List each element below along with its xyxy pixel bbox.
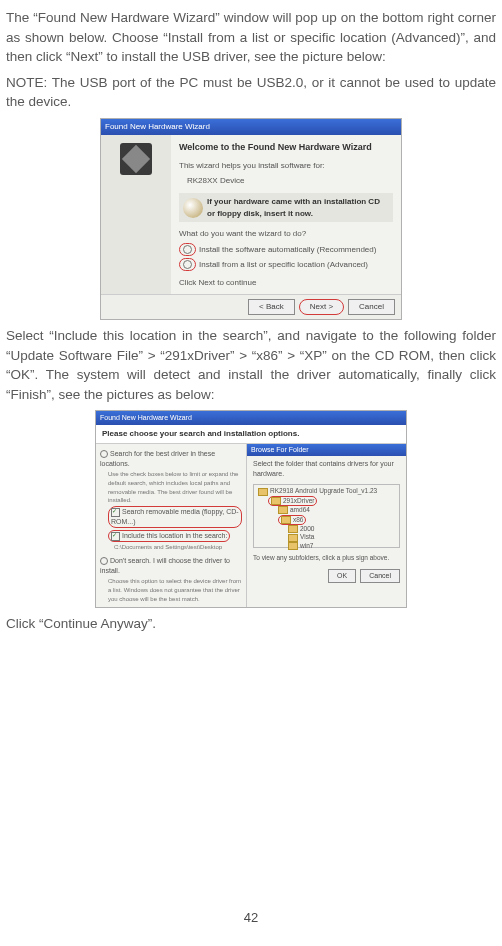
wizard-heading: Welcome to the Found New Hardware Wizard (179, 141, 393, 154)
dialog-subheading: Please choose your search and installati… (96, 425, 406, 444)
folder-tree[interactable]: RK2918 Android Upgrade Tool_v1.23 291xDr… (253, 484, 400, 548)
search-options-dialog: Found New Hardware Wizard Please choose … (95, 410, 407, 608)
radio-search-best[interactable]: Search for the best driver in these loca… (100, 448, 242, 470)
tree-291xdriver: 291xDriver (283, 497, 314, 505)
cd-icon (183, 198, 203, 218)
document-page: The “Found New Hardware Wizard” window w… (0, 0, 502, 946)
media-hint-box: If your hardware came with an installati… (179, 193, 393, 222)
back-button[interactable]: < Back (248, 299, 295, 315)
radio-auto-label: Install the software automatically (Reco… (199, 244, 376, 256)
radio-advanced-label: Install from a list or specific location… (199, 259, 368, 271)
folder-icon (281, 516, 291, 524)
folder-icon (288, 542, 298, 550)
radio-search-label: Search for the best driver in these loca… (100, 450, 215, 467)
paragraph-4: Click “Continue Anyway”. (6, 614, 496, 634)
tree-amd64: amd64 (290, 506, 310, 514)
dont-search-desc: Choose this option to select the device … (100, 577, 242, 603)
dialog-titlebar-2: Found New Hardware Wizard (96, 411, 406, 425)
next-button[interactable]: Next > (299, 299, 344, 315)
wizard-continue-text: Click Next to continue (179, 275, 393, 291)
folder-icon (288, 534, 298, 542)
tree-vista: Vista (300, 533, 314, 541)
browse-folder-title: Browse For Folder (247, 444, 406, 456)
wizard-question: What do you want the wizard to do? (179, 226, 393, 242)
wizard-graphic-panel (101, 135, 171, 295)
search-desc: Use the check boxes below to limit or ex… (100, 470, 242, 505)
tree-x86: x86 (293, 516, 303, 524)
folder-icon (271, 497, 281, 505)
dialog-titlebar: Found New Hardware Wizard (101, 119, 401, 135)
paragraph-note: NOTE: The USB port of the PC must be USB… (6, 73, 496, 112)
browse-hint: To view any subfolders, click a plus sig… (247, 550, 406, 565)
radio-dont-search[interactable]: Don't search. I will choose the driver t… (100, 555, 242, 577)
wizard-text-1: This wizard helps you install software f… (179, 158, 393, 174)
media-hint-text: If your hardware came with an installati… (207, 196, 389, 219)
paragraph-1: The “Found New Hardware Wizard” window w… (6, 8, 496, 67)
radio-advanced-install[interactable]: Install from a list or specific location… (179, 257, 393, 272)
tree-win7: win7 (300, 542, 313, 550)
page-number: 42 (0, 909, 502, 928)
folder-icon (278, 506, 288, 514)
tree-2000: 2000 (300, 525, 314, 533)
folder-icon (258, 488, 268, 496)
ok-button[interactable]: OK (328, 569, 356, 583)
paragraph-3: Select “Include this location in the sea… (6, 326, 496, 404)
browse-folder-text: Select the folder that contains drivers … (247, 456, 406, 482)
cancel-button[interactable]: Cancel (348, 299, 395, 315)
hardware-wizard-dialog: Found New Hardware Wizard Welcome to the… (100, 118, 402, 320)
chk-removable-label[interactable]: Search removable media (floppy, CD-ROM..… (111, 508, 239, 525)
hardware-icon (120, 143, 152, 175)
radio-auto-install[interactable]: Install the software automatically (Reco… (179, 242, 393, 257)
figure-1: Found New Hardware Wizard Welcome to the… (6, 118, 496, 320)
tree-root: RK2918 Android Upgrade Tool_v1.23 (270, 487, 377, 495)
folder-icon (288, 525, 298, 533)
location-path: C:\Documents and Settings\test\Desktop (100, 543, 242, 552)
radio-dont-search-label: Don't search. I will choose the driver t… (100, 557, 230, 574)
chk-include-location-label[interactable]: Include this location in the search: (122, 532, 227, 539)
cancel-button-2[interactable]: Cancel (360, 569, 400, 583)
figure-2: Found New Hardware Wizard Please choose … (6, 410, 496, 608)
device-name: RK28XX Device (179, 173, 393, 189)
